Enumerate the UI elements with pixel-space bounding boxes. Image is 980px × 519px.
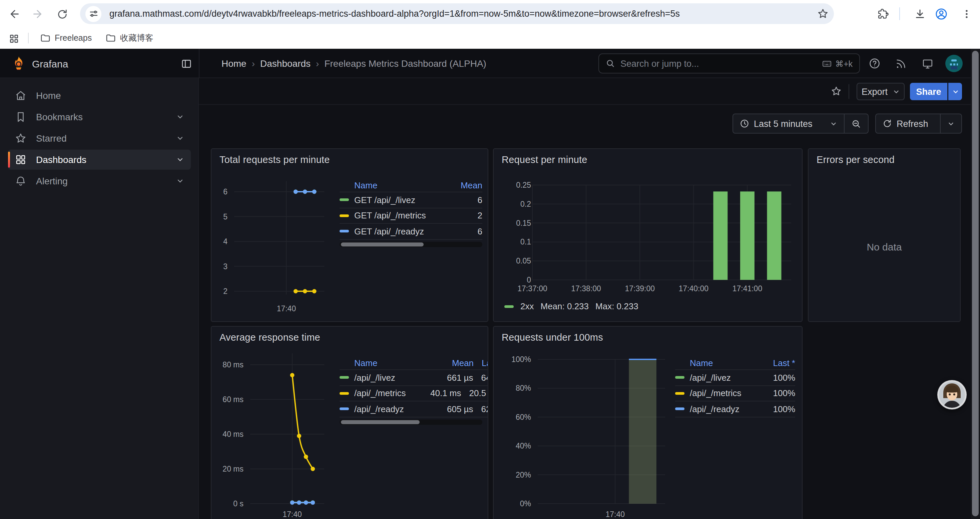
series-color-pill bbox=[675, 376, 684, 379]
site-info-button[interactable] bbox=[85, 6, 102, 22]
breadcrumb-home[interactable]: Home bbox=[221, 58, 247, 69]
share-dropdown-button[interactable] bbox=[948, 83, 962, 100]
table-row[interactable]: GET /api/_/readyz 6 bbox=[340, 224, 482, 240]
sidebar-item-dashboards[interactable]: Dashboards bbox=[8, 150, 191, 170]
table-row[interactable]: /api/_/livez 100% bbox=[675, 370, 795, 386]
legend-header-row: Name Mean Las bbox=[340, 356, 488, 370]
col-header-last[interactable]: Last * bbox=[763, 358, 795, 368]
legend-table: Name Last * /api/_/livez 100% /api/_/met… bbox=[675, 356, 795, 417]
refresh-group: Refresh bbox=[875, 113, 962, 134]
bookmark-icon bbox=[15, 111, 27, 123]
svg-text:60%: 60% bbox=[516, 413, 531, 422]
favorite-dashboard-button[interactable] bbox=[827, 82, 845, 99]
help-button[interactable] bbox=[866, 55, 883, 72]
table-row[interactable]: GET /api/_/livez 6 bbox=[340, 192, 482, 208]
svg-text:3: 3 bbox=[223, 262, 228, 271]
under-100ms-chart[interactable]: 100%80%60%40%20%0%17:40 bbox=[494, 327, 803, 519]
search-box[interactable]: ⌘+k bbox=[598, 53, 860, 73]
export-button[interactable]: Export bbox=[857, 83, 905, 100]
share-button[interactable]: Share bbox=[910, 83, 947, 100]
panel-title[interactable]: Errors per second bbox=[816, 154, 895, 165]
bookmark-folder-freeleaps[interactable]: Freeleaps bbox=[36, 31, 96, 45]
browser-forward-button[interactable] bbox=[29, 5, 46, 23]
user-avatar[interactable] bbox=[945, 55, 963, 72]
table-row[interactable]: /api/_/metrics 40.1 ms 20.5 m bbox=[340, 386, 488, 401]
time-range-picker[interactable]: Last 5 minutes bbox=[733, 114, 844, 133]
svg-text:0 s: 0 s bbox=[233, 499, 243, 508]
table-row[interactable]: /api/_/livez 661 µs 646 bbox=[340, 370, 488, 386]
sidebar-item-home[interactable]: Home bbox=[8, 86, 191, 105]
col-header-name[interactable]: Name bbox=[354, 180, 377, 190]
url-input[interactable] bbox=[110, 3, 776, 24]
refresh-button[interactable]: Refresh bbox=[876, 114, 940, 133]
chevron-down-icon[interactable] bbox=[176, 156, 184, 164]
chevron-down-icon bbox=[947, 120, 955, 127]
col-header-name[interactable]: Name bbox=[354, 358, 377, 368]
svg-text:0: 0 bbox=[527, 276, 531, 284]
apps-shortcut-button[interactable] bbox=[5, 30, 23, 48]
col-header-mean[interactable]: Mean bbox=[454, 180, 482, 190]
refresh-interval-dropdown[interactable] bbox=[941, 114, 961, 133]
legend-hscrollbar[interactable] bbox=[340, 419, 482, 425]
sidebar-item-label: Starred bbox=[36, 133, 67, 144]
mega-menu-toggle[interactable] bbox=[177, 55, 195, 72]
col-header-mean[interactable]: Mean bbox=[428, 358, 474, 368]
col-header-last[interactable]: Las bbox=[474, 358, 488, 368]
bookmarks-divider bbox=[28, 33, 29, 43]
profile-button[interactable] bbox=[932, 5, 950, 23]
browser-reload-button[interactable] bbox=[53, 5, 71, 23]
series-name: GET /api/_/readyz bbox=[354, 227, 424, 236]
downloads-button[interactable] bbox=[911, 5, 929, 23]
table-row[interactable]: /api/_/readyz 100% bbox=[675, 401, 795, 417]
series-color-pill bbox=[340, 392, 349, 395]
browser-menu-button[interactable] bbox=[958, 5, 975, 23]
legend-series[interactable]: 2xx bbox=[520, 301, 534, 311]
table-row[interactable]: GET /api/_/metrics 2 bbox=[340, 208, 482, 224]
sidebar-item-starred[interactable]: Starred bbox=[8, 128, 191, 148]
toolbar-divider bbox=[899, 7, 900, 20]
series-name: /api/_/livez bbox=[354, 373, 395, 383]
search-icon bbox=[606, 59, 615, 68]
series-mean: 605 µs bbox=[428, 404, 473, 414]
url-bar[interactable] bbox=[80, 3, 834, 24]
svg-text:17:40: 17:40 bbox=[605, 510, 625, 519]
display-button[interactable] bbox=[919, 55, 936, 72]
chevron-down-icon[interactable] bbox=[176, 134, 184, 142]
chevron-down-icon[interactable] bbox=[176, 113, 184, 121]
bookmark-folder-blogs[interactable]: 收藏博客 bbox=[102, 31, 158, 45]
scrollbar-thumb[interactable] bbox=[972, 51, 978, 516]
sidebar-item-bookmarks[interactable]: Bookmarks bbox=[8, 107, 191, 127]
news-button[interactable] bbox=[892, 55, 909, 72]
sidebar-item-alerting[interactable]: Alerting bbox=[8, 171, 191, 191]
series-last: 100% bbox=[763, 404, 795, 414]
extensions-button[interactable] bbox=[874, 5, 891, 23]
time-range-label: Last 5 minutes bbox=[754, 118, 813, 129]
table-row[interactable]: /api/_/metrics 100% bbox=[675, 386, 795, 401]
assistant-avatar-button[interactable] bbox=[937, 379, 967, 410]
zoom-out-button[interactable] bbox=[845, 114, 868, 133]
search-input[interactable] bbox=[620, 58, 822, 69]
page-scrollbar[interactable] bbox=[970, 49, 980, 519]
series-name: /api/_/livez bbox=[690, 373, 731, 383]
star-icon bbox=[817, 8, 828, 19]
series-name: /api/_/metrics bbox=[690, 388, 741, 398]
grafana-logo[interactable] bbox=[11, 56, 27, 72]
browser-back-button[interactable] bbox=[6, 5, 23, 23]
folder-icon bbox=[105, 33, 116, 43]
svg-text:17:40:00: 17:40:00 bbox=[679, 284, 709, 293]
chevron-down-icon[interactable] bbox=[176, 177, 184, 185]
series-name: /api/_/metrics bbox=[354, 388, 406, 398]
svg-text:17:40: 17:40 bbox=[283, 510, 302, 519]
svg-text:80%: 80% bbox=[516, 384, 531, 393]
request-per-minute-chart[interactable]: 0.250.20.150.10.05017:37:0017:38:0017:39… bbox=[494, 149, 803, 322]
col-header-name[interactable]: Name bbox=[690, 358, 713, 368]
time-controls: Last 5 minutes Refresh bbox=[199, 105, 980, 137]
svg-text:0.1: 0.1 bbox=[520, 238, 531, 246]
table-row[interactable]: /api/_/readyz 605 µs 620 bbox=[340, 401, 488, 417]
bookmark-label: Freeleaps bbox=[55, 34, 92, 43]
breadcrumb-dashboards[interactable]: Dashboards bbox=[260, 58, 310, 69]
series-color-pill bbox=[340, 230, 349, 233]
bookmark-star-button[interactable] bbox=[814, 5, 831, 22]
clock-icon bbox=[740, 119, 749, 128]
legend-hscrollbar[interactable] bbox=[340, 241, 482, 247]
